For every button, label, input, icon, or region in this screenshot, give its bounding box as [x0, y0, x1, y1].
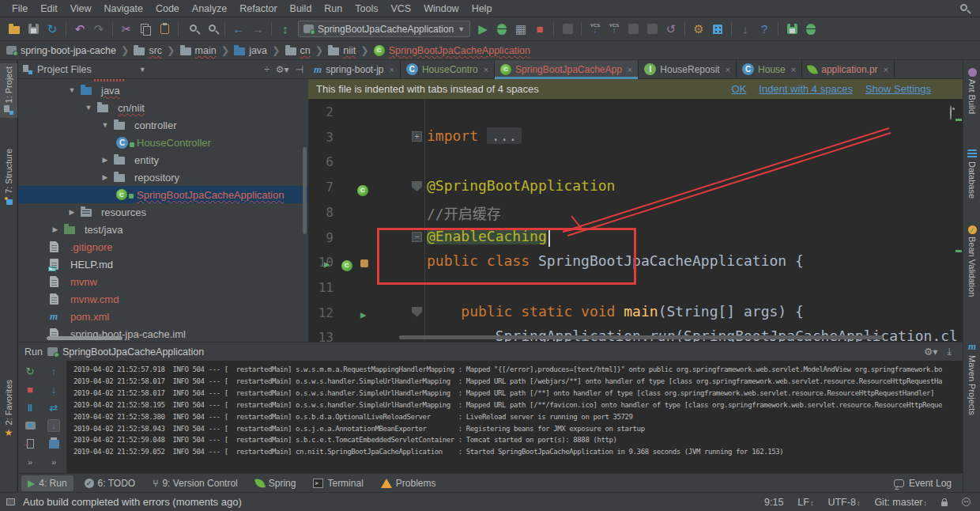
- tree-collapse-arrow-icon[interactable]: ▶: [66, 208, 77, 216]
- file-encoding[interactable]: UTF-8↕: [827, 497, 860, 508]
- run-settings-gear-icon[interactable]: ⚙▾: [924, 346, 937, 358]
- breadcrumb-item[interactable]: spring-boot-jpa-cache: [6, 45, 116, 56]
- settings-icon[interactable]: ⚙: [689, 21, 708, 38]
- toolwindow-tab-spring[interactable]: Spring: [249, 475, 303, 491]
- menu-edit[interactable]: Edit: [35, 2, 63, 16]
- code-line-3[interactable]: 3+import ...: [308, 126, 963, 151]
- tab-application-pr[interactable]: application.pr×: [802, 60, 895, 78]
- redo-icon[interactable]: ↷: [89, 21, 108, 38]
- tool-window-toggle-icon[interactable]: [6, 498, 15, 505]
- more-actions-icon[interactable]: »: [23, 456, 37, 468]
- back-icon[interactable]: ←: [229, 21, 248, 38]
- paste-icon[interactable]: [155, 21, 174, 38]
- tree-item-pom-xml[interactable]: mpom.xml: [18, 308, 308, 325]
- tab-housecontro[interactable]: CHouseContro×: [401, 60, 495, 78]
- close-icon[interactable]: ×: [390, 65, 394, 74]
- changes-icon[interactable]: [643, 21, 662, 38]
- menu-view[interactable]: View: [65, 2, 97, 16]
- breadcrumb-item[interactable]: java: [234, 45, 267, 56]
- menu-refactor[interactable]: Refactor: [234, 2, 282, 16]
- error-stripe-mark[interactable]: [956, 250, 962, 252]
- close-icon[interactable]: ×: [791, 65, 796, 74]
- highlighting-level-icon[interactable]: [962, 498, 971, 506]
- menu-build[interactable]: Build: [285, 2, 318, 16]
- hide-panel-icon[interactable]: ⊣: [296, 64, 303, 75]
- compare-icon[interactable]: ↕: [276, 21, 295, 38]
- debug-icon[interactable]: [492, 21, 511, 38]
- caret-position[interactable]: 9:15: [764, 497, 783, 508]
- profiler-icon[interactable]: [558, 21, 577, 38]
- tab-spring-boot-jp[interactable]: mspring-boot-jp×: [308, 60, 401, 78]
- project-structure-icon[interactable]: [708, 21, 727, 38]
- exit-icon[interactable]: [23, 437, 37, 450]
- code-line-12[interactable]: 12▶ public static void main(String[] arg…: [308, 301, 963, 327]
- dock-icon[interactable]: ⤓: [947, 346, 952, 358]
- toolwindow-tab-9-version-control[interactable]: ⑂9: Version Control: [146, 475, 244, 491]
- breadcrumb-item[interactable]: niit: [328, 45, 356, 56]
- code-line-13[interactable]: 13 SpringApplication.run(SpringBootJpaCa…: [308, 326, 963, 342]
- fold-marker-icon[interactable]: [412, 307, 422, 317]
- dump-threads-icon[interactable]: [23, 419, 37, 432]
- code-line-6[interactable]: 6: [308, 150, 963, 176]
- tree-collapse-arrow-icon[interactable]: ▶: [100, 173, 111, 181]
- breadcrumb-item[interactable]: main: [180, 45, 217, 56]
- line-separator[interactable]: LF↕: [797, 497, 813, 508]
- menu-vcs[interactable]: VCS: [385, 2, 416, 16]
- gutter-icon-wrap[interactable]: ▶: [360, 306, 366, 321]
- stripe-item-ant-build[interactable]: Ant Build: [963, 65, 980, 117]
- tree-item-controller[interactable]: ▼controller: [18, 116, 308, 134]
- tree-item-resources[interactable]: ▶resources: [18, 203, 308, 221]
- inspections-eye-icon[interactable]: [950, 105, 952, 120]
- toolwindow-tab-6-todo[interactable]: ✓6: TODO: [78, 475, 142, 491]
- close-icon[interactable]: ×: [884, 65, 888, 74]
- stripe-item-database[interactable]: Database: [963, 146, 980, 202]
- git-branch[interactable]: Git: master↕: [874, 497, 927, 508]
- code-line-7[interactable]: 7C@SpringBootApplication: [308, 176, 963, 201]
- tree-expand-arrow-icon[interactable]: ▼: [66, 86, 77, 94]
- menu-window[interactable]: Window: [418, 2, 464, 16]
- stripe-item-bean-validation[interactable]: ✓Bean Validation: [963, 222, 980, 300]
- tree-item-java[interactable]: ▼java: [18, 81, 308, 99]
- pause-output-icon[interactable]: ‖: [23, 401, 37, 414]
- close-icon[interactable]: ×: [726, 65, 730, 74]
- undo-icon[interactable]: ↶: [70, 21, 89, 38]
- gutter-icon-wrap[interactable]: C: [341, 256, 352, 271]
- open-icon[interactable]: [5, 21, 24, 38]
- rerun-icon[interactable]: ↻: [23, 365, 37, 377]
- stripe-item-maven-projects[interactable]: mMaven Projects: [963, 337, 980, 418]
- stop-icon[interactable]: ■: [23, 383, 37, 396]
- menu-tools[interactable]: Tools: [349, 2, 383, 16]
- tree-horizontal-scrollbar[interactable]: [47, 336, 122, 340]
- fold-marker-icon[interactable]: +: [412, 131, 422, 142]
- menu-navigate[interactable]: Navigate: [99, 2, 149, 16]
- tab-house[interactable]: CHouse×: [737, 60, 802, 78]
- restart-server-icon[interactable]: ⇄: [47, 401, 61, 414]
- tree-item-test-java[interactable]: ▶test/java: [18, 221, 308, 238]
- coverage-icon[interactable]: ▦: [511, 21, 530, 38]
- shelve-icon[interactable]: [624, 21, 643, 38]
- help-icon[interactable]: ?: [755, 21, 774, 38]
- error-stripe-mark[interactable]: [956, 119, 962, 121]
- plugin-bug-icon[interactable]: [801, 21, 820, 38]
- code-line-2[interactable]: 2: [308, 100, 963, 126]
- tree-item-repository[interactable]: ▶repository: [18, 168, 308, 186]
- tree-item-mvnw[interactable]: mvnw: [18, 273, 308, 290]
- breadcrumb-item[interactable]: CSpringBootJpaCacheApplication: [374, 45, 530, 56]
- toolwindow-tab-4-run[interactable]: ▶4: Run: [21, 475, 74, 491]
- tab-springbootjpacacheapp[interactable]: CSpringBootJpaCacheApp×: [495, 60, 639, 78]
- search-everywhere-icon[interactable]: [953, 0, 972, 17]
- replace-icon[interactable]: [202, 21, 220, 38]
- menu-file[interactable]: File: [6, 2, 33, 16]
- lock-icon[interactable]: [941, 502, 948, 506]
- editor-horizontal-scrollbar[interactable]: [399, 335, 883, 339]
- scroll-to-end-icon[interactable]: ↓: [47, 419, 61, 432]
- tree-item-help-md[interactable]: MDHELP.md: [18, 256, 308, 273]
- print-icon[interactable]: [47, 437, 61, 450]
- run-configuration-selector[interactable]: SpringBootJpaCacheApplication▼: [298, 21, 470, 37]
- tree-item--gitignore[interactable]: .gitignore: [18, 238, 308, 256]
- tree-item-cn-niit[interactable]: ▼cn/niit: [18, 99, 308, 116]
- more-actions-icon[interactable]: »: [47, 456, 61, 468]
- forward-icon[interactable]: →: [248, 21, 267, 38]
- menu-run[interactable]: Run: [318, 2, 348, 16]
- project-panel-header[interactable]: Project Files ▼ ÷ ⚙▾ ⊣: [18, 60, 308, 79]
